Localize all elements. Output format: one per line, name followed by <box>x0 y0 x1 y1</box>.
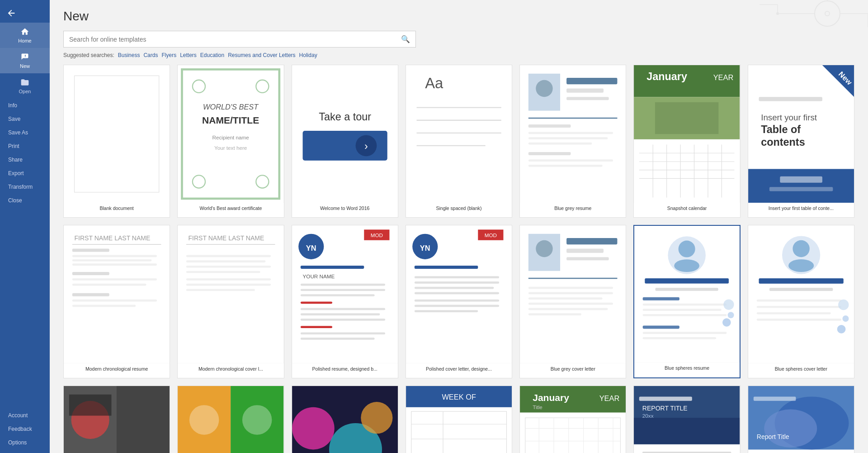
svg-rect-84 <box>72 293 109 296</box>
svg-rect-38 <box>566 97 609 100</box>
svg-rect-153 <box>643 326 679 329</box>
svg-rect-146 <box>643 297 679 300</box>
sidebar-item-home[interactable]: Home <box>0 23 50 48</box>
sidebar-item-new[interactable]: New <box>0 48 50 73</box>
svg-point-142 <box>679 241 695 257</box>
back-button[interactable] <box>0 4 50 23</box>
template-report[interactable]: REPORT TITLE 20xx Report <box>633 386 740 453</box>
template-restaurant-brochure[interactable]: Restaurant brochure <box>63 386 170 453</box>
svg-rect-105 <box>300 289 385 291</box>
sidebar: Home New Open Info Save Save As Print Sh… <box>0 0 50 453</box>
sidebar-item-share[interactable]: Share <box>0 153 50 167</box>
sidebar-item-save[interactable]: Save <box>0 112 50 126</box>
svg-rect-53 <box>639 145 735 198</box>
search-button[interactable]: 🔍 <box>396 31 415 47</box>
svg-text:Aa: Aa <box>425 75 443 91</box>
template-polished-resume[interactable]: YN MOD YOUR NAME <box>292 225 398 378</box>
svg-rect-126 <box>415 310 478 313</box>
svg-rect-139 <box>528 314 581 316</box>
svg-rect-122 <box>415 287 494 289</box>
template-toc-thumb: New Insert your first Table of contents <box>748 65 854 203</box>
sidebar-item-open[interactable]: Open <box>0 73 50 99</box>
sidebar-item-transform[interactable]: Transform <box>0 180 50 194</box>
svg-point-151 <box>728 312 734 319</box>
search-input[interactable] <box>64 32 396 47</box>
template-polished-resume-label: Polished resume, designed b... <box>311 363 379 378</box>
svg-point-166 <box>838 300 849 310</box>
template-modern-chrono-resume[interactable]: FIRST NAME LAST NAME Modern chronologica… <box>63 225 170 378</box>
svg-rect-112 <box>300 333 385 335</box>
svg-point-190 <box>361 402 392 434</box>
template-blue-spheres-resume[interactable]: Blue spheres resume <box>633 225 740 378</box>
svg-rect-123 <box>415 292 499 295</box>
svg-rect-27 <box>406 65 512 203</box>
template-blue-spheres-cal[interactable]: WEEK OF Blue spheres appointment cal... <box>406 386 512 453</box>
template-blue-grey-resume-label: Blue grey resume <box>552 203 593 217</box>
template-blue-grey-cover-thumb <box>520 225 626 363</box>
svg-rect-107 <box>300 302 332 304</box>
sidebar-item-account[interactable]: Account <box>0 409 50 422</box>
sidebar-item-print[interactable]: Print <box>0 139 50 153</box>
template-vivid-event[interactable]: EVENT SERIES NAME Vivid shapes event bro… <box>292 386 398 453</box>
svg-rect-125 <box>415 305 499 307</box>
svg-point-167 <box>842 315 849 322</box>
template-banner-cal[interactable]: January YEAR Title <box>519 386 626 453</box>
template-polished-cover[interactable]: YN MOD Polished cover letter, designe... <box>406 225 512 378</box>
svg-rect-85 <box>72 300 157 302</box>
suggested-business[interactable]: Business <box>118 52 140 58</box>
suggested-flyers[interactable]: Flyers <box>161 52 176 58</box>
svg-rect-212 <box>525 418 621 453</box>
svg-text:YEAR: YEAR <box>599 394 620 402</box>
svg-rect-46 <box>528 165 603 167</box>
suggested-cards[interactable]: Cards <box>143 52 158 58</box>
svg-text:WORLD'S BEST: WORLD'S BEST <box>203 103 259 111</box>
template-blue-grey-resume-thumb <box>520 65 626 203</box>
sidebar-item-info[interactable]: Info <box>0 99 50 112</box>
sidebar-item-save-as[interactable]: Save As <box>0 126 50 139</box>
template-education-brochure-thumb: Organization Name/Logo <box>178 386 283 453</box>
template-modern-chrono-cover[interactable]: FIRST NAME LAST NAME Modern chronologica… <box>177 225 284 378</box>
template-blank[interactable]: Blank document <box>63 65 170 218</box>
svg-rect-108 <box>300 308 385 310</box>
template-tour-thumb: Take a tour › <box>292 65 398 203</box>
template-toc[interactable]: New Insert your first Table of contents … <box>748 65 854 218</box>
svg-rect-149 <box>643 314 727 316</box>
template-blue-grey-cover[interactable]: Blue grey cover letter <box>519 225 626 378</box>
suggested-resumes[interactable]: Resumes and Cover Letters <box>228 52 295 58</box>
suggested-education[interactable]: Education <box>200 52 224 58</box>
template-award[interactable]: WORLD'S BEST NAME/TITLE Recipient name Y… <box>177 65 284 218</box>
template-blue-spheres-resume-label: Blue spheres resume <box>663 362 711 377</box>
svg-rect-106 <box>300 294 374 296</box>
sidebar-item-export[interactable]: Export <box>0 167 50 180</box>
sidebar-item-close[interactable]: Close <box>0 194 50 207</box>
template-student-report[interactable]: Report Title Student report with photo <box>748 386 854 453</box>
sidebar-item-options[interactable]: Options <box>0 436 50 449</box>
svg-text:YN: YN <box>420 244 430 252</box>
template-blue-grey-resume[interactable]: Blue grey resume <box>519 65 626 218</box>
template-education-brochure[interactable]: Organization Name/Logo Education brochur… <box>177 386 284 453</box>
svg-point-188 <box>292 407 335 449</box>
svg-rect-121 <box>415 281 499 284</box>
svg-rect-73 <box>769 187 833 191</box>
svg-point-35 <box>536 80 552 97</box>
template-tour[interactable]: Take a tour › Welcome to Word 2016 <box>292 65 398 218</box>
svg-rect-83 <box>72 284 146 286</box>
suggested-letters[interactable]: Letters <box>180 52 197 58</box>
sidebar-item-feedback[interactable]: Feedback <box>0 422 50 436</box>
page-title: New <box>63 9 854 24</box>
search-bar[interactable]: 🔍 <box>63 31 416 48</box>
template-snapshot-cal[interactable]: January YEAR <box>633 65 740 218</box>
svg-rect-162 <box>757 300 841 302</box>
svg-text:Insert your first: Insert your first <box>761 113 817 122</box>
svg-rect-242 <box>754 396 796 401</box>
svg-rect-137 <box>528 303 613 305</box>
svg-rect-45 <box>528 159 613 162</box>
template-blue-spheres-cover[interactable]: Blue spheres cover letter <box>748 225 854 378</box>
svg-rect-82 <box>72 278 157 281</box>
suggested-holiday[interactable]: Holiday <box>299 52 317 58</box>
template-single[interactable]: Aa Single spaced (blank) <box>406 65 512 218</box>
svg-text:›: › <box>364 140 368 152</box>
svg-point-152 <box>722 318 731 327</box>
template-blue-spheres-resume-thumb <box>634 226 739 362</box>
svg-rect-164 <box>757 312 831 315</box>
